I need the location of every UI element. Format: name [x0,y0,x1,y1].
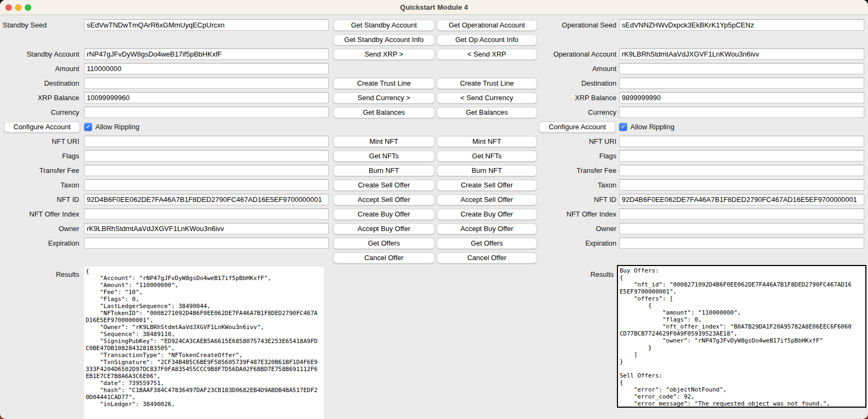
operational-taxon-field[interactable] [619,179,864,191]
operational-nft-offer-index-label: NFT Offer Index [566,210,616,219]
app-window: Quickstart Module 4 Standby SeedGet Stan… [0,0,868,419]
standby-create-trust-line-button[interactable]: Create Trust Line [334,78,434,89]
standby-results-label: Results [56,270,79,279]
standby-expiration-label: Expiration [48,239,79,248]
standby-amount-label: Amount [55,65,79,73]
standby-amount-field[interactable] [84,63,329,74]
operational-results-text[interactable]: Buy Offers: { "nft_id": "0008271092D4B6F… [617,265,866,408]
op-create-sell-offer-button[interactable]: Create Sell Offer [437,180,537,191]
op-burn-nft-button[interactable]: Burn NFT [437,165,537,176]
standby-destination-label: Destination [44,79,79,88]
standby-create-buy-offer-button[interactable]: Create Buy Offer [334,209,434,220]
operational-nft-id-label: NFT ID [594,195,616,204]
standby-cancel-offer-button[interactable]: Cancel Offer [334,253,434,263]
op-allow-rippling-checkbox[interactable]: ✓ [619,123,627,131]
op-allow-rippling-label: Allow Rippling [630,123,675,131]
standby-flags-field[interactable] [84,150,329,162]
standby-nft-uri-label: NFT URI [52,137,79,146]
op-get-offers-button[interactable]: Get Offers [437,238,537,249]
standby-allow-rippling-label: Allow Rippling [95,123,140,131]
standby-allow-rippling-checkbox[interactable]: ✓ [84,123,92,131]
operational-expiration-field[interactable] [619,238,864,249]
standby-nft-offer-index-field[interactable] [84,208,329,220]
operational-taxon-label: Taxon [598,181,616,190]
operational-transfer-fee-label: Transfer Fee [577,166,616,175]
standby-account-field[interactable] [84,48,329,60]
standby-taxon-label: Taxon [60,181,79,190]
standby-owner-label: Owner [59,225,79,233]
get-operational-account-button[interactable]: Get Operational Account [437,20,537,31]
op-cancel-offer-button[interactable]: Cancel Offer [437,253,537,263]
operational-currency-field[interactable] [619,107,864,118]
operational-destination-field[interactable] [619,78,864,89]
standby-get-offers-button[interactable]: Get Offers [334,238,434,249]
op-accept-sell-offer-button[interactable]: Accept Sell Offer [437,194,537,205]
op-create-trust-line-button[interactable]: Create Trust Line [437,78,537,89]
operational-account-label: Operational Account [553,50,616,59]
op-mint-nft-button[interactable]: Mint NFT [437,136,537,147]
standby-nft-offer-index-label: NFT Offer Index [29,210,79,219]
standby-mint-nft-button[interactable]: Mint NFT [334,136,434,147]
standby-expiration-field[interactable] [84,238,329,249]
standby-account-label: Standby Account [26,50,79,59]
standby-nft-id-field[interactable] [84,194,329,205]
standby-accept-buy-offer-button[interactable]: Accept Buy Offer [334,224,434,234]
operational-currency-label: Currency [588,108,616,117]
standby-owner-field[interactable] [84,223,329,234]
operational-results-label: Results [591,270,614,279]
operational-transfer-fee-field[interactable] [619,165,864,176]
operational-flags-field[interactable] [619,150,864,162]
standby-burn-nft-button[interactable]: Burn NFT [334,165,434,176]
standby-send-currency-button[interactable]: Send Currency > [334,93,434,103]
standby-get-nfts-button[interactable]: Get NFTs [334,151,434,162]
get-op-account-info-button[interactable]: Get Op Account Info [437,34,537,45]
operational-account-field[interactable] [619,48,864,60]
op-get-balances-button[interactable]: Get Balances [437,107,537,118]
titlebar: Quickstart Module 4 [0,0,868,15]
operational-seed-field[interactable] [619,19,864,31]
operational-seed-label: Operational Seed [562,21,616,30]
op-get-nfts-button[interactable]: Get NFTs [437,151,537,162]
standby-xrp-balance-field[interactable] [84,92,329,103]
operational-flags-label: Flags [599,152,616,160]
operational-nft-uri-field[interactable] [619,136,864,147]
standby-taxon-field[interactable] [84,179,329,191]
operational-nft-id-field[interactable] [619,194,864,205]
op-configure-account-button[interactable]: Configure Account [539,122,615,132]
standby-currency-label: Currency [51,108,79,117]
standby-accept-sell-offer-button[interactable]: Accept Sell Offer [334,194,434,205]
operational-amount-field[interactable] [619,63,864,74]
standby-create-sell-offer-button[interactable]: Create Sell Offer [334,180,434,191]
op-accept-buy-offer-button[interactable]: Accept Buy Offer [437,224,537,234]
standby-transfer-fee-field[interactable] [84,165,329,176]
standby-xrp-balance-label: XRP Balance [38,94,79,102]
standby-destination-field[interactable] [84,78,329,89]
operational-nft-offer-index-field[interactable] [619,208,864,220]
standby-nft-id-label: NFT ID [57,195,79,204]
standby-currency-field[interactable] [84,107,329,118]
operational-destination-label: Destination [581,79,616,88]
operational-owner-label: Owner [596,225,616,233]
operational-owner-field[interactable] [619,223,864,234]
op-create-buy-offer-button[interactable]: Create Buy Offer [437,209,537,220]
standby-transfer-fee-label: Transfer Fee [39,166,79,175]
get-standby-account-info-button[interactable]: Get Standby Account Info [334,34,434,45]
operational-nft-uri-label: NFT URI [589,137,616,146]
operational-xrp-balance-field[interactable] [619,92,864,103]
operational-expiration-label: Expiration [585,239,616,248]
op-send-currency-button[interactable]: < Send Currency [437,93,537,103]
op-send-xrp-button[interactable]: < Send XRP [437,49,537,60]
window-title: Quickstart Module 4 [0,3,868,11]
standby-configure-account-button[interactable]: Configure Account [4,122,80,132]
standby-nft-uri-field[interactable] [84,136,329,147]
standby-seed-field[interactable] [84,19,329,31]
operational-amount-label: Amount [592,65,616,73]
standby-seed-label: Standby Seed [3,21,47,30]
standby-get-balances-button[interactable]: Get Balances [334,107,434,118]
standby-results-text[interactable]: { "Account": "rNP47gJFvDyW8gsDo4weB17if5… [84,267,324,419]
standby-send-xrp-button[interactable]: Send XRP > [334,49,434,60]
standby-flags-label: Flags [62,152,79,160]
operational-xrp-balance-label: XRP Balance [575,94,616,102]
get-standby-account-button[interactable]: Get Standby Account [334,20,434,31]
